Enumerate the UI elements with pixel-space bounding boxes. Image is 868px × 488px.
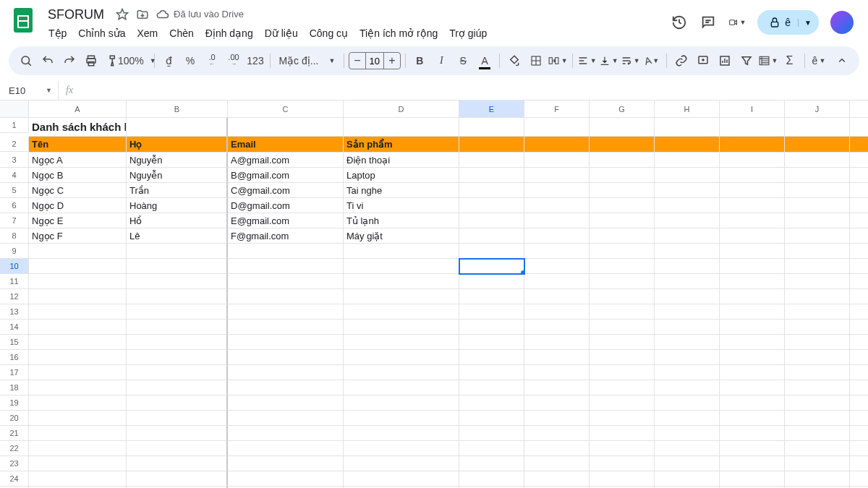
cell[interactable]	[524, 335, 590, 350]
cell[interactable]	[590, 304, 655, 320]
cell[interactable]	[590, 350, 655, 365]
cell[interactable]	[655, 137, 720, 153]
cell[interactable]: Tai nghe	[344, 183, 459, 198]
cell[interactable]	[720, 335, 785, 350]
cell[interactable]	[29, 380, 127, 395]
cell[interactable]	[850, 289, 868, 304]
cell[interactable]	[459, 395, 524, 411]
row-header-5[interactable]: 5	[0, 183, 29, 198]
cell[interactable]	[785, 471, 850, 487]
cell[interactable]: Hồ	[127, 213, 228, 228]
row-header-10[interactable]: 10	[0, 259, 29, 274]
cell[interactable]	[344, 289, 459, 304]
cell[interactable]	[655, 320, 720, 335]
cell[interactable]	[344, 350, 459, 365]
cell[interactable]	[524, 228, 590, 244]
cell[interactable]	[785, 274, 850, 289]
column-header-E[interactable]: E	[459, 100, 524, 118]
cell[interactable]	[127, 365, 228, 380]
cell[interactable]	[590, 153, 655, 168]
row-header-8[interactable]: 8	[0, 228, 29, 244]
bold-button[interactable]: B	[409, 50, 430, 72]
cell[interactable]	[655, 274, 720, 289]
row-header-15[interactable]: 15	[0, 335, 29, 350]
row-header-21[interactable]: 21	[0, 426, 29, 441]
cell[interactable]	[655, 304, 720, 320]
row-header-19[interactable]: 19	[0, 395, 29, 411]
cell[interactable]	[459, 380, 524, 395]
cell[interactable]	[524, 320, 590, 335]
row-header-20[interactable]: 20	[0, 411, 29, 426]
row-header-9[interactable]: 9	[0, 244, 29, 259]
cell[interactable]	[720, 137, 785, 153]
cell[interactable]	[720, 274, 785, 289]
cell[interactable]	[655, 441, 720, 456]
cell[interactable]	[29, 244, 127, 259]
cell[interactable]	[228, 441, 344, 456]
cell[interactable]	[785, 137, 850, 153]
cell[interactable]	[590, 441, 655, 456]
cell[interactable]	[720, 244, 785, 259]
cell[interactable]	[655, 289, 720, 304]
menu-trợ-giúp[interactable]: Trợ giúp	[444, 25, 492, 42]
cell[interactable]	[344, 335, 459, 350]
text-wrap-button[interactable]: ▼	[620, 50, 640, 72]
cell[interactable]	[850, 335, 868, 350]
cell[interactable]	[459, 213, 524, 228]
cell[interactable]	[29, 274, 127, 289]
cell[interactable]	[127, 244, 228, 259]
cell[interactable]	[655, 198, 720, 213]
cell[interactable]	[850, 441, 868, 456]
cell[interactable]	[850, 168, 868, 183]
cell[interactable]	[29, 304, 127, 320]
font-family-dropdown[interactable]: Mặc đị...▼	[274, 51, 339, 70]
cell[interactable]	[590, 471, 655, 487]
cell[interactable]	[459, 320, 524, 335]
cell[interactable]: Sản phẩm	[344, 137, 459, 153]
cell[interactable]	[720, 380, 785, 395]
cell[interactable]	[459, 411, 524, 426]
cell[interactable]	[344, 118, 459, 137]
cell[interactable]	[655, 411, 720, 426]
cell[interactable]	[785, 365, 850, 380]
cell[interactable]	[127, 320, 228, 335]
cell[interactable]	[850, 244, 868, 259]
cell[interactable]: C@gmail.com	[228, 183, 344, 198]
cell[interactable]	[524, 259, 590, 274]
cell[interactable]	[590, 335, 655, 350]
cell[interactable]	[524, 304, 590, 320]
row-header-14[interactable]: 14	[0, 320, 29, 335]
cell[interactable]	[127, 118, 228, 137]
cell[interactable]	[850, 274, 868, 289]
column-header-G[interactable]: G	[590, 100, 655, 118]
cell[interactable]	[29, 395, 127, 411]
cell[interactable]	[590, 213, 655, 228]
cell[interactable]	[720, 365, 785, 380]
formula-input[interactable]	[80, 81, 868, 100]
cell[interactable]	[228, 259, 344, 274]
cell[interactable]: Email	[228, 137, 344, 153]
menu-tiện-ích-mở-rộng[interactable]: Tiện ích mở rộng	[354, 25, 443, 42]
cell[interactable]: Ngọc B	[29, 168, 127, 183]
cell[interactable]	[720, 198, 785, 213]
cell[interactable]	[720, 228, 785, 244]
column-header-H[interactable]: H	[655, 100, 720, 118]
cell[interactable]	[655, 213, 720, 228]
cell[interactable]	[228, 426, 344, 441]
cell[interactable]	[850, 183, 868, 198]
cell[interactable]	[720, 411, 785, 426]
cell[interactable]	[590, 183, 655, 198]
cell[interactable]	[785, 198, 850, 213]
cell[interactable]	[590, 456, 655, 471]
cell[interactable]	[655, 456, 720, 471]
font-size-increase[interactable]: +	[384, 54, 400, 67]
cell[interactable]	[655, 168, 720, 183]
row-header-16[interactable]: 16	[0, 350, 29, 365]
cell[interactable]: B@gmail.com	[228, 168, 344, 183]
cell[interactable]	[655, 426, 720, 441]
cell[interactable]	[655, 244, 720, 259]
vertical-align-button[interactable]: ▼	[598, 50, 618, 72]
column-header-F[interactable]: F	[524, 100, 590, 118]
cell[interactable]	[720, 168, 785, 183]
zoom-dropdown[interactable]: 100%▼	[124, 51, 150, 70]
